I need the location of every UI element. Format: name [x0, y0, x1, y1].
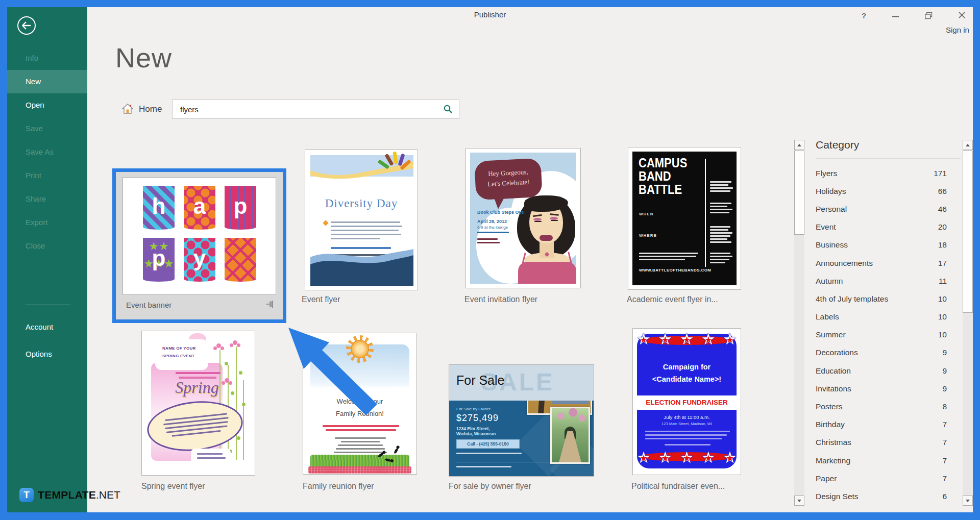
category-count: 9: [942, 348, 947, 357]
star-icon: ★★: [656, 449, 674, 466]
category-label: Personal: [816, 205, 847, 214]
category-item-flyers[interactable]: Flyers171: [816, 164, 947, 182]
banner-letter: a: [184, 186, 215, 230]
star-icon: ★★: [635, 331, 652, 348]
sidebar-item-print: Print: [7, 164, 87, 187]
category-item-birthday[interactable]: Birthday7: [816, 416, 947, 434]
category-list: Flyers171Holidays66Personal46Event20Busi…: [816, 164, 947, 506]
star-icon: ★★: [700, 331, 717, 348]
logo-name: TEMPLATE: [38, 489, 96, 501]
category-item-marketing[interactable]: Marketing7: [816, 452, 947, 469]
template-label: Spring event flyer: [141, 482, 205, 491]
poster-venue: 6-9 at the lounge: [477, 225, 508, 230]
banner-pennant: h: [143, 186, 175, 230]
search-input[interactable]: [172, 100, 459, 119]
category-label: Business: [816, 240, 848, 250]
template-tile-spring-event-flyer[interactable]: NAME OF YOUR SPRING EVENT Spring: [141, 331, 255, 476]
logo-tld: .NET: [96, 489, 120, 501]
sidebar-menu: InfoNewOpenSaveSave AsPrintShareExportCl…: [7, 46, 87, 258]
template-tile-family-reunion-flyer[interactable]: Welcome to our Family Reunion!: [303, 333, 417, 475]
sun-icon: [346, 335, 374, 363]
category-label: Decorations: [816, 348, 858, 357]
help-button[interactable]: ?: [862, 11, 866, 20]
page-scroll-up-button[interactable]: [963, 140, 973, 150]
category-scroll-down-button[interactable]: [794, 496, 804, 506]
sign-in-link[interactable]: Sign in: [946, 26, 969, 34]
template-net-logo: T TEMPLATE .NET: [19, 488, 120, 502]
category-item-christmas[interactable]: Christmas7: [816, 434, 947, 452]
template-tile-for-sale-flyer[interactable]: SALE For Sale For Sale by Owner $275,499…: [449, 364, 594, 477]
category-item-invitations[interactable]: Invitations9: [816, 380, 947, 398]
sidebar-item-options[interactable]: Options: [7, 342, 87, 366]
campus-line2: BAND: [639, 170, 671, 183]
pin-icon[interactable]: [265, 300, 275, 309]
category-label: Paper: [816, 474, 837, 483]
category-item-paper[interactable]: Paper7: [816, 469, 947, 487]
grass-strip: [310, 455, 409, 467]
page-scrollbar-thumb[interactable]: [963, 151, 973, 313]
category-item-autumn[interactable]: Autumn11: [816, 272, 947, 290]
category-label: Flyers: [816, 169, 837, 178]
category-count: 7: [942, 438, 947, 447]
campus-art: CAMPUS BAND BATTLE WHEN WHERE WWW.BATTLE…: [632, 152, 737, 285]
template-label: Academic event flyer in...: [627, 295, 718, 304]
category-count: 11: [939, 277, 947, 286]
sidebar-divider: [26, 305, 70, 305]
template-tile-event-banner[interactable]: happy Event banner: [112, 168, 286, 323]
political-date: July 4th at 11:00 a.m.: [633, 414, 741, 420]
category-label: Posters: [816, 402, 843, 411]
restore-button[interactable]: [925, 12, 933, 19]
category-item-summer[interactable]: Summer10: [816, 326, 947, 344]
category-item-decorations[interactable]: Decorations9: [816, 344, 947, 362]
search-icon[interactable]: [443, 104, 453, 114]
campus-line1: CAMPUS: [639, 157, 687, 169]
star-icon: ★★: [678, 331, 696, 348]
category-count: 20: [938, 222, 947, 232]
sidebar-footer: AccountOptions: [7, 315, 87, 369]
sidebar-item-new[interactable]: New: [7, 70, 87, 93]
page-scroll-down-button[interactable]: [963, 496, 973, 506]
sidebar-item-save: Save: [7, 117, 87, 140]
category-scroll-up-button[interactable]: [794, 140, 804, 150]
template-label: Family reunion flyer: [303, 482, 374, 491]
category-item-posters[interactable]: Posters8: [816, 398, 947, 415]
sidebar-item-export: Export: [7, 211, 87, 234]
spring-header-bubble: NAME OF YOUR SPRING EVENT: [155, 339, 208, 370]
close-button[interactable]: [959, 12, 966, 19]
category-label: Summer: [816, 330, 846, 339]
category-item-labels[interactable]: Labels10: [816, 308, 947, 326]
category-item-education[interactable]: Education9: [816, 362, 947, 380]
banner-letter: h: [143, 186, 175, 230]
banner-letter: p: [225, 186, 256, 230]
campus-url: WWW.BATTLEOFTHEBANDS.COM: [639, 268, 711, 273]
category-count: 10: [938, 312, 947, 321]
category-item-announcements[interactable]: Announcements17: [816, 254, 947, 272]
minimize-button[interactable]: [892, 15, 900, 17]
banner-letter: y: [184, 238, 215, 282]
template-tile-political-fundraiser-flyer[interactable]: ★★★★★★★★★★ ★★★★★★★★★★ Campaign for <Cand…: [632, 328, 741, 475]
template-tile-event-invitation-flyer[interactable]: Hey Gorgeous, Let's Celebrate! Book Club…: [465, 148, 581, 288]
category-item-design-sets[interactable]: Design Sets6: [816, 487, 947, 505]
spring-footer-bubble: [191, 449, 231, 464]
garden-photo: [550, 407, 590, 464]
category-item-4th-of-july-templates[interactable]: 4th of July templates10: [816, 290, 947, 308]
forsale-address1: 1234 Elm Street,: [456, 426, 490, 431]
template-tile-academic-event-flyer[interactable]: CAMPUS BAND BATTLE WHEN WHERE WWW.BATTLE…: [628, 147, 741, 290]
sidebar-item-account[interactable]: Account: [7, 315, 87, 339]
back-button[interactable]: [16, 15, 37, 36]
forsale-top-band: SALE For Sale: [449, 365, 594, 401]
campus-divider: [705, 159, 706, 267]
category-scrollbar-thumb[interactable]: [794, 151, 804, 235]
category-item-business[interactable]: Business18: [816, 236, 947, 254]
ant: [394, 448, 399, 454]
category-item-personal[interactable]: Personal46: [816, 200, 947, 218]
template-tile-event-flyer[interactable]: Diversity Day: [305, 150, 418, 290]
spring-header-line1: NAME OF YOUR: [162, 344, 208, 352]
breadcrumb-home[interactable]: Home: [139, 104, 162, 114]
category-item-holidays[interactable]: Holidays66: [816, 182, 947, 200]
speech-bubble-tail: [490, 195, 504, 210]
sidebar-item-open[interactable]: Open: [7, 93, 87, 117]
banner-pennant: [225, 238, 256, 282]
category-item-event[interactable]: Event20: [816, 218, 947, 236]
poster-title: Diversity Day: [305, 197, 418, 210]
